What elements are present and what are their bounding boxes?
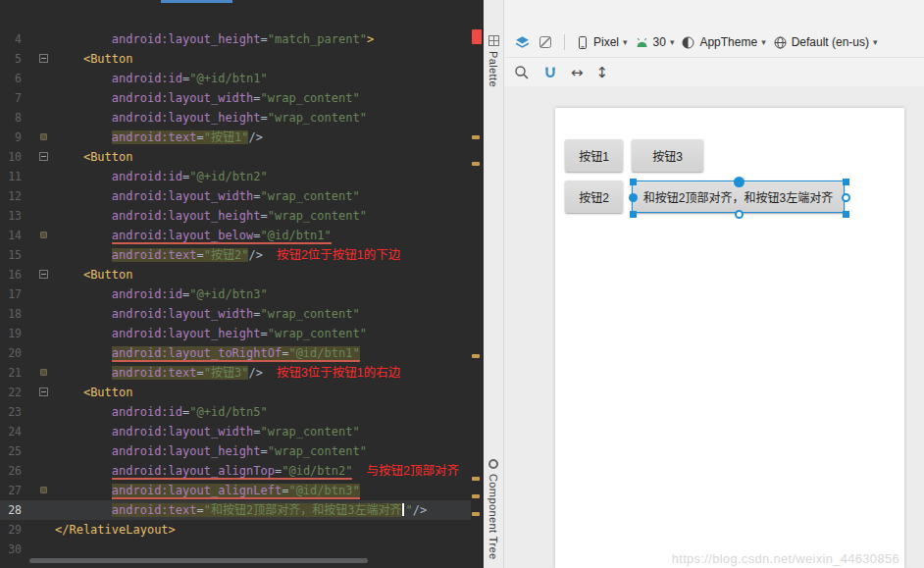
gutter[interactable]	[22, 383, 55, 402]
swap-vertical-icon[interactable]: ↕	[596, 64, 609, 81]
code-line[interactable]: 10 <Button	[0, 147, 471, 167]
code-line[interactable]: 21 android:text="按钮3"/>按钮3位于按钮1的右边	[0, 363, 471, 383]
code-line[interactable]: 11 android:id="@+id/btn2"	[0, 167, 471, 186]
line-number[interactable]: 8	[0, 108, 22, 128]
code-text[interactable]: <Button	[55, 49, 471, 69]
code-text[interactable]: android:text="和按钮2顶部对齐，和按钮3左端对齐"/>	[55, 500, 471, 520]
code-line[interactable]: 6 android:id="@+id/btn1"	[0, 69, 471, 88]
code-line[interactable]: 19 android:layout_height="wrap_content"	[0, 324, 471, 343]
gutter[interactable]	[22, 167, 55, 186]
line-number[interactable]: 22	[0, 383, 22, 402]
code-text[interactable]: android:layout_alignTop="@id/btn2"与按钮2顶部…	[55, 461, 471, 481]
stripe-mark[interactable]	[472, 477, 480, 481]
code-text[interactable]: android:layout_alignLeft="@id/btn3"	[55, 481, 471, 500]
code-line[interactable]: 7 android:layout_width="wrap_content"	[0, 88, 471, 108]
line-number[interactable]: 23	[0, 402, 22, 422]
gutter[interactable]	[22, 245, 55, 265]
swap-horizontal-icon[interactable]: ↔	[571, 64, 584, 81]
code-line[interactable]: 29</RelativeLayout>	[0, 520, 471, 540]
stripe-mark[interactable]	[472, 135, 480, 139]
gutter[interactable]	[22, 49, 55, 69]
code-text[interactable]: android:layout_height="wrap_content"	[55, 441, 471, 461]
gutter[interactable]	[22, 461, 55, 481]
line-number[interactable]: 11	[0, 167, 22, 186]
code-text[interactable]: <Button	[55, 147, 471, 167]
gutter[interactable]	[22, 128, 55, 147]
gutter[interactable]	[22, 402, 55, 422]
code-editor[interactable]: 4 android:layout_height="match_parent">5…	[0, 0, 484, 568]
line-number[interactable]: 19	[0, 324, 22, 343]
code-line[interactable]: 25 android:layout_height="wrap_content"	[0, 441, 471, 461]
horizontal-scrollbar[interactable]	[29, 558, 368, 563]
autoconnect-button[interactable]	[542, 65, 558, 80]
code-line[interactable]: 13 android:layout_height="wrap_content"	[0, 206, 471, 226]
code-text[interactable]: android:layout_height="match_parent">	[55, 29, 471, 49]
line-number[interactable]: 15	[0, 245, 22, 265]
line-number[interactable]: 18	[0, 304, 22, 324]
code-text[interactable]: android:layout_width="wrap_content"	[55, 88, 471, 108]
device-screen[interactable]: 按钮1按钮3按钮2和按钮2顶部对齐，和按钮3左端对齐	[555, 108, 904, 568]
gutter[interactable]	[22, 108, 55, 128]
code-text[interactable]: android:id="@+id/btn3"	[55, 284, 471, 304]
gutter[interactable]	[22, 363, 55, 383]
fold-icon[interactable]	[39, 152, 48, 161]
line-number[interactable]: 21	[0, 363, 22, 383]
preview-button-btn3[interactable]: 按钮3	[632, 139, 703, 172]
code-line[interactable]: 8 android:layout_height="wrap_content"	[0, 108, 471, 128]
line-number[interactable]: 26	[0, 461, 22, 481]
code-line[interactable]: 17 android:id="@+id/btn3"	[0, 284, 471, 304]
line-number[interactable]: 25	[0, 441, 22, 461]
code-text[interactable]: android:layout_width="wrap_content"	[55, 304, 471, 324]
line-number[interactable]: 5	[0, 49, 22, 69]
stripe-mark[interactable]	[472, 162, 480, 166]
code-text[interactable]: android:layout_height="wrap_content"	[55, 324, 471, 343]
preview-button-btn2[interactable]: 按钮2	[565, 181, 623, 213]
code-text[interactable]: </RelativeLayout>	[55, 520, 471, 540]
code-text[interactable]: android:text="按钮2"/>按钮2位于按钮1的下边	[55, 245, 471, 265]
gutter[interactable]	[22, 265, 55, 284]
gutter[interactable]	[22, 226, 55, 245]
gutter[interactable]	[22, 343, 55, 363]
render-toggle-button[interactable]	[538, 34, 553, 50]
code-lines[interactable]: 4 android:layout_height="match_parent">5…	[0, 29, 471, 559]
design-surface-button[interactable]	[514, 34, 531, 51]
gutter[interactable]	[22, 540, 55, 559]
line-number[interactable]: 4	[0, 29, 22, 49]
code-text[interactable]: android:layout_below="@id/btn1"	[55, 226, 471, 245]
stripe-mark[interactable]	[472, 354, 480, 358]
code-line[interactable]: 22 <Button	[0, 383, 471, 402]
locale-selector[interactable]: Default (en-us) ▾	[773, 35, 878, 50]
line-number[interactable]: 16	[0, 265, 22, 284]
code-line[interactable]: 15 android:text="按钮2"/>按钮2位于按钮1的下边	[0, 245, 471, 265]
gutter[interactable]	[22, 29, 55, 49]
code-text[interactable]: android:layout_height="wrap_content"	[55, 108, 471, 128]
line-number[interactable]: 20	[0, 343, 22, 363]
code-line[interactable]: 24 android:layout_width="wrap_content"	[0, 422, 471, 441]
stripe-mark[interactable]	[472, 494, 480, 498]
code-text[interactable]: android:text="按钮1"/>	[55, 128, 471, 147]
device-selector[interactable]: Pixel ▾	[576, 35, 628, 50]
palette-tab[interactable]: Palette	[484, 35, 503, 87]
code-text[interactable]: android:layout_toRightOf="@id/btn1"	[55, 343, 471, 363]
line-number[interactable]: 9	[0, 128, 22, 147]
gutter[interactable]	[22, 186, 55, 206]
line-number[interactable]: 29	[0, 520, 22, 540]
code-line[interactable]: 16 <Button	[0, 265, 471, 284]
gutter[interactable]	[22, 441, 55, 461]
line-number[interactable]: 24	[0, 422, 22, 441]
fold-icon[interactable]	[39, 387, 48, 396]
fold-icon[interactable]	[39, 270, 48, 279]
code-line[interactable]: 5 <Button	[0, 49, 471, 69]
code-line[interactable]: 18 android:layout_width="wrap_content"	[0, 304, 471, 324]
gutter[interactable]	[22, 284, 55, 304]
code-line[interactable]: 9 android:text="按钮1"/>	[0, 128, 471, 147]
line-number[interactable]: 30	[0, 540, 22, 559]
line-number[interactable]: 28	[0, 500, 22, 520]
code-text[interactable]: <Button	[55, 383, 471, 402]
code-text[interactable]: android:layout_width="wrap_content"	[55, 422, 471, 441]
code-line[interactable]: 20 android:layout_toRightOf="@id/btn1"	[0, 343, 471, 363]
line-number[interactable]: 6	[0, 69, 22, 88]
design-canvas[interactable]: 按钮1按钮3按钮2和按钮2顶部对齐，和按钮3左端对齐 https://blog.…	[504, 86, 924, 568]
line-number[interactable]: 7	[0, 88, 22, 108]
preview-button-btn5[interactable]: 和按钮2顶部对齐，和按钮3左端对齐	[632, 181, 845, 213]
